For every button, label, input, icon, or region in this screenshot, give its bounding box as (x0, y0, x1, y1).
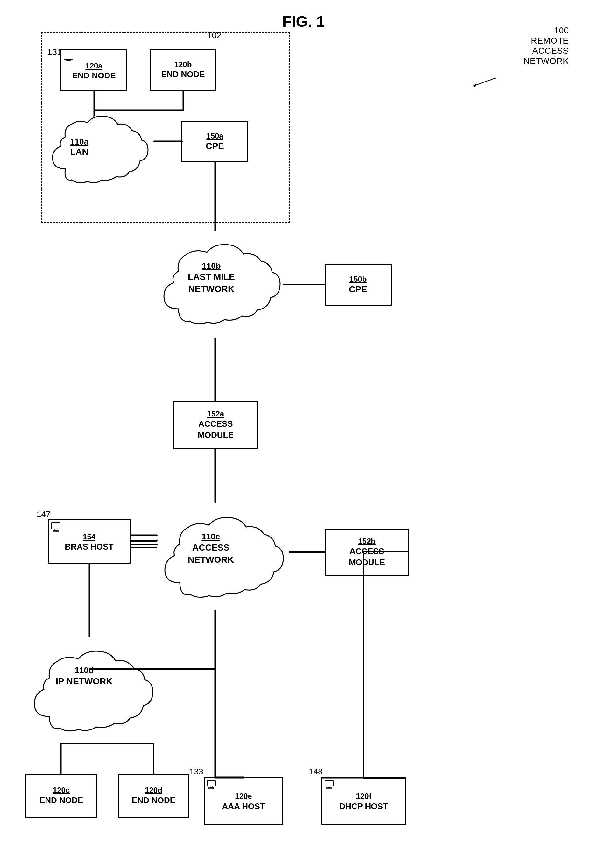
box-120c: 120c END NODE (25, 774, 97, 818)
ref-147: 147 (37, 510, 50, 519)
box-120e: 120e AAA HOST (204, 777, 283, 825)
line-cpe-110b (215, 163, 216, 231)
line-h-120b-lan (94, 110, 184, 111)
label-110a: 110a LAN (70, 137, 88, 157)
svg-rect-2 (64, 53, 73, 59)
diagram: FIG. 1 100 REMOTEACCESSNETWORK 102 131 1… (0, 0, 607, 868)
line-lan-cpe (153, 141, 183, 142)
label-110b: 110b LAST MILENETWORK (188, 261, 235, 295)
line-120b-down (183, 91, 184, 110)
box-120b: 120b END NODE (150, 50, 217, 91)
line-bras-110c-3 (130, 544, 158, 546)
line-110c-110d-v (215, 610, 216, 669)
box-120a: 120a END NODE (60, 50, 127, 91)
line-110d-120c-h (60, 744, 89, 744)
line-110b-150b (283, 284, 325, 285)
box-154: 154 BRAS HOST (48, 519, 130, 564)
svg-rect-13 (327, 787, 331, 789)
line-120a-lan (94, 91, 95, 116)
line-110d-right-v (215, 669, 216, 777)
box-120d: 120d END NODE (118, 774, 189, 818)
cloud-110d (25, 635, 159, 744)
ref-148: 148 (309, 767, 322, 777)
line-110d-120d-h (89, 744, 154, 744)
line-152a-110c (215, 449, 216, 503)
svg-rect-7 (53, 530, 58, 532)
ref-102: 102 (207, 30, 222, 40)
ref-131: 131 (47, 47, 62, 57)
box-150a: 150a CPE (181, 121, 248, 163)
line-bras-110c-2 (130, 540, 158, 541)
figure-title: FIG. 1 (282, 13, 325, 30)
box-150b: 150b CPE (325, 264, 392, 306)
line-110c-152b (289, 552, 326, 553)
ref-133: 133 (189, 767, 203, 777)
svg-rect-5 (51, 522, 60, 529)
svg-rect-4 (66, 61, 71, 62)
line-right-trunk (364, 552, 364, 778)
line-110c-110d-h (89, 669, 215, 670)
box-152a: 152a ACCESSMODULE (173, 401, 258, 449)
line-110d-120d (153, 744, 154, 775)
line-bras-110c-1 (130, 535, 158, 536)
label-110c: 110c ACCESSNETWORK (188, 532, 234, 566)
box-120f: 120f DHCP HOST (322, 777, 406, 825)
line-110d-120c (60, 744, 62, 775)
remote-access-label: 100 REMOTEACCESSNETWORK (523, 25, 569, 66)
svg-line-0 (473, 78, 496, 86)
line-trunk-120f (364, 778, 405, 779)
remote-access-arrow (467, 76, 499, 90)
box-152b: 152b ACCESSMODULE (325, 529, 409, 576)
line-110b-152a (215, 338, 216, 401)
cloud-110a (46, 105, 154, 194)
svg-rect-10 (209, 787, 214, 789)
svg-rect-8 (207, 780, 215, 786)
line-bras-110d (89, 564, 90, 637)
svg-rect-11 (325, 780, 333, 786)
